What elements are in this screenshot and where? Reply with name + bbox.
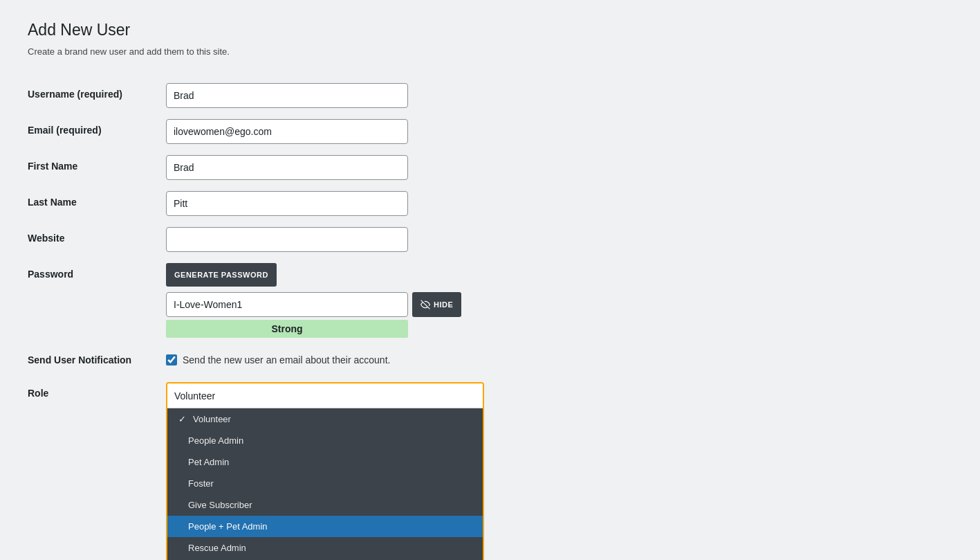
add-user-form: Username (required) Email (required) Fir… [28, 78, 952, 560]
eye-slash-icon [420, 300, 430, 309]
notification-row: Send User Notification Send the new user… [28, 343, 952, 377]
role-select-input[interactable] [167, 383, 483, 408]
firstname-input[interactable] [166, 155, 408, 180]
firstname-row: First Name [28, 150, 952, 186]
password-input[interactable] [166, 292, 408, 317]
role-option-give_subscriber[interactable]: Give Subscriber [167, 494, 483, 516]
page-title: Add New User [28, 21, 952, 39]
website-label: Website [28, 222, 166, 258]
notification-text: Send the new user an email about their a… [183, 354, 390, 365]
generate-password-button[interactable]: GENERATE PASSWORD [166, 263, 277, 287]
password-strength-indicator: Strong [166, 320, 408, 338]
role-dropdown-menu: VolunteerPeople AdminPet AdminFosterGive… [167, 408, 483, 560]
password-row: Password GENERATE PASSWORD HIDE Strong [28, 258, 952, 343]
username-input[interactable] [166, 83, 408, 108]
lastname-input[interactable] [166, 191, 408, 216]
role-dropdown-container: VolunteerPeople AdminPet AdminFosterGive… [166, 382, 484, 560]
page-subtitle: Create a brand new user and add them to … [28, 46, 952, 57]
email-input[interactable] [166, 119, 408, 144]
role-option-rescue_admin[interactable]: Rescue Admin [167, 537, 483, 559]
firstname-label: First Name [28, 150, 166, 186]
username-row: Username (required) [28, 78, 952, 114]
notification-label: Send User Notification [28, 343, 166, 377]
website-row: Website [28, 222, 952, 258]
role-option-people_pet_admin[interactable]: People + Pet Admin [167, 516, 483, 537]
role-option-pet_admin[interactable]: Pet Admin [167, 451, 483, 473]
email-label: Email (required) [28, 114, 166, 150]
website-input[interactable] [166, 227, 408, 252]
lastname-label: Last Name [28, 186, 166, 222]
password-label: Password [28, 258, 166, 343]
hide-password-button[interactable]: HIDE [412, 292, 461, 317]
hide-button-label: HIDE [434, 300, 453, 309]
role-label: Role [28, 377, 166, 560]
email-row: Email (required) [28, 114, 952, 150]
lastname-row: Last Name [28, 186, 952, 222]
role-option-foster[interactable]: Foster [167, 473, 483, 494]
role-row: Role VolunteerPeople AdminPet AdminFoste… [28, 377, 952, 560]
role-option-people_admin[interactable]: People Admin [167, 430, 483, 451]
username-label: Username (required) [28, 78, 166, 114]
notification-checkbox[interactable] [166, 354, 177, 365]
role-option-volunteer[interactable]: Volunteer [167, 408, 483, 430]
